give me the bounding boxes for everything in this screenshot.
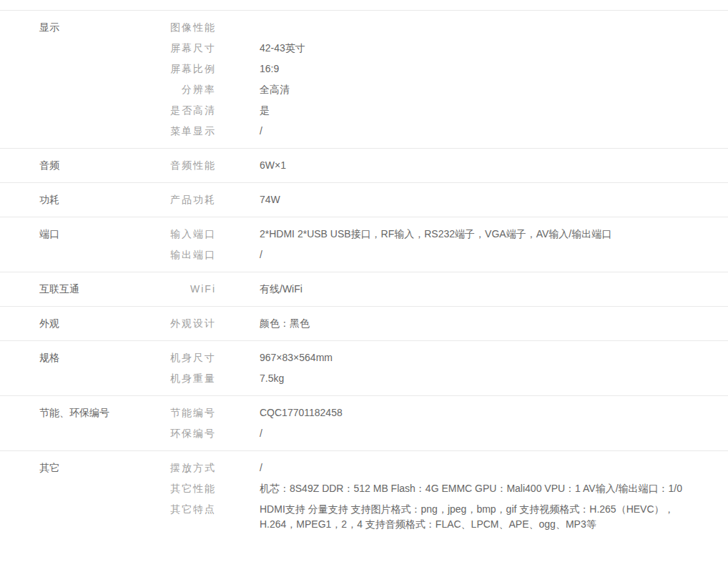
- spec-section: 其它 摆放方式 / 其它性能 机芯：8S49Z DDR：512 MB Flash…: [0, 451, 728, 541]
- spec-section: 音频 音频性能 6W×1: [0, 149, 728, 183]
- spec-label: 其它性能: [167, 481, 216, 496]
- spec-category: 外观: [0, 316, 167, 337]
- spec-value: 6W×1: [260, 158, 728, 173]
- spec-category: 规格: [0, 350, 167, 392]
- spec-row: 输出端口 /: [167, 247, 728, 262]
- spec-label: 音频性能: [167, 158, 216, 173]
- spec-label: 输入端口: [167, 227, 216, 242]
- spec-section: 互联互通 WiFi 有线/WiFi: [0, 272, 728, 307]
- spec-row: 屏幕尺寸 42-43英寸: [167, 41, 728, 56]
- spec-value: 74W: [260, 192, 728, 207]
- spec-section: 显示 图像性能 屏幕尺寸 42-43英寸 屏幕比例 16:9 分辨率 全高清 是…: [0, 11, 728, 149]
- spec-category: 互联互通: [0, 282, 167, 302]
- spec-section: 规格 机身尺寸 967×83×564mm 机身重量 7.5kg: [0, 341, 728, 396]
- spec-category: 其它: [0, 460, 167, 538]
- spec-rows: 图像性能 屏幕尺寸 42-43英寸 屏幕比例 16:9 分辨率 全高清 是否高清…: [167, 20, 728, 144]
- spec-section: 功耗 产品功耗 74W: [0, 183, 728, 217]
- spec-label: 其它特点: [167, 502, 216, 532]
- spec-row: 环保编号 /: [167, 426, 728, 441]
- spec-rows: 摆放方式 / 其它性能 机芯：8S49Z DDR：512 MB Flash：4G…: [167, 460, 728, 538]
- spec-row: 菜单显示 /: [167, 124, 728, 139]
- spec-section: 节能、环保编号 节能编号 CQC17701182458 环保编号 /: [0, 396, 728, 451]
- spec-row: 其它特点 HDMI支持 分量支持 支持图片格式：png，jpeg，bmp，gif…: [167, 502, 728, 532]
- spec-value: [260, 20, 728, 35]
- spec-row: WiFi 有线/WiFi: [167, 282, 728, 297]
- spec-value: 颜色：黑色: [260, 316, 728, 331]
- spec-value: /: [260, 426, 728, 441]
- spec-label: 是否高清: [167, 103, 216, 118]
- spec-row: 节能编号 CQC17701182458: [167, 405, 728, 420]
- spec-rows: 机身尺寸 967×83×564mm 机身重量 7.5kg: [167, 350, 728, 392]
- spec-value: 2*HDMI 2*USB USB接口，RF输入，RS232端子，VGA端子，AV…: [260, 227, 728, 242]
- spec-value: HDMI支持 分量支持 支持图片格式：png，jpeg，bmp，gif 支持视频…: [260, 502, 728, 532]
- spec-section: 外观 外观设计 颜色：黑色: [0, 307, 728, 341]
- spec-value: 7.5kg: [260, 371, 728, 386]
- spec-category: 节能、环保编号: [0, 405, 167, 447]
- spec-row: 音频性能 6W×1: [167, 158, 728, 173]
- spec-label: 菜单显示: [167, 124, 216, 139]
- spec-label: 屏幕尺寸: [167, 41, 216, 56]
- spec-category: 功耗: [0, 192, 167, 213]
- spec-label: 摆放方式: [167, 460, 216, 475]
- spec-value: 42-43英寸: [260, 41, 728, 56]
- spec-row: 图像性能: [167, 20, 728, 35]
- spec-value: 全高清: [260, 82, 728, 97]
- spec-label: 输出端口: [167, 247, 216, 262]
- spec-category: 端口: [0, 227, 167, 268]
- spec-value: 机芯：8S49Z DDR：512 MB Flash：4G EMMC GPU：Ma…: [260, 481, 728, 496]
- spec-label: 外观设计: [167, 316, 216, 331]
- spec-label: 分辨率: [167, 82, 216, 97]
- spec-value: 是: [260, 103, 728, 118]
- spec-row: 机身重量 7.5kg: [167, 371, 728, 386]
- spec-value: /: [260, 460, 728, 475]
- spec-label: 屏幕比例: [167, 61, 216, 77]
- spec-row: 是否高清 是: [167, 103, 728, 118]
- spec-value: /: [260, 247, 728, 262]
- spec-label: WiFi: [167, 282, 216, 297]
- spec-row: 其它性能 机芯：8S49Z DDR：512 MB Flash：4G EMMC G…: [167, 481, 728, 496]
- spec-category: 显示: [0, 20, 167, 144]
- spec-rows: 音频性能 6W×1: [167, 158, 728, 179]
- spec-rows: 外观设计 颜色：黑色: [167, 316, 728, 337]
- spec-rows: 节能编号 CQC17701182458 环保编号 /: [167, 405, 728, 447]
- spec-value: /: [260, 124, 728, 139]
- spec-value: CQC17701182458: [260, 405, 728, 420]
- spec-label: 机身尺寸: [167, 350, 216, 365]
- spec-table: 显示 图像性能 屏幕尺寸 42-43英寸 屏幕比例 16:9 分辨率 全高清 是…: [0, 10, 728, 541]
- spec-value: 16:9: [260, 61, 728, 77]
- spec-label: 产品功耗: [167, 192, 216, 207]
- spec-row: 摆放方式 /: [167, 460, 728, 475]
- spec-row: 产品功耗 74W: [167, 192, 728, 207]
- spec-row: 屏幕比例 16:9: [167, 61, 728, 77]
- spec-rows: WiFi 有线/WiFi: [167, 282, 728, 302]
- spec-section: 端口 输入端口 2*HDMI 2*USB USB接口，RF输入，RS232端子，…: [0, 217, 728, 272]
- spec-rows: 产品功耗 74W: [167, 192, 728, 213]
- spec-value: 967×83×564mm: [260, 350, 728, 365]
- spec-rows: 输入端口 2*HDMI 2*USB USB接口，RF输入，RS232端子，VGA…: [167, 227, 728, 268]
- spec-row: 外观设计 颜色：黑色: [167, 316, 728, 331]
- spec-value: 有线/WiFi: [260, 282, 728, 297]
- spec-category: 音频: [0, 158, 167, 179]
- spec-label: 机身重量: [167, 371, 216, 386]
- spec-row: 输入端口 2*HDMI 2*USB USB接口，RF输入，RS232端子，VGA…: [167, 227, 728, 242]
- spec-row: 机身尺寸 967×83×564mm: [167, 350, 728, 365]
- spec-label: 环保编号: [167, 426, 216, 441]
- spec-label: 图像性能: [167, 20, 216, 35]
- spec-label: 节能编号: [167, 405, 216, 420]
- spec-row: 分辨率 全高清: [167, 82, 728, 97]
